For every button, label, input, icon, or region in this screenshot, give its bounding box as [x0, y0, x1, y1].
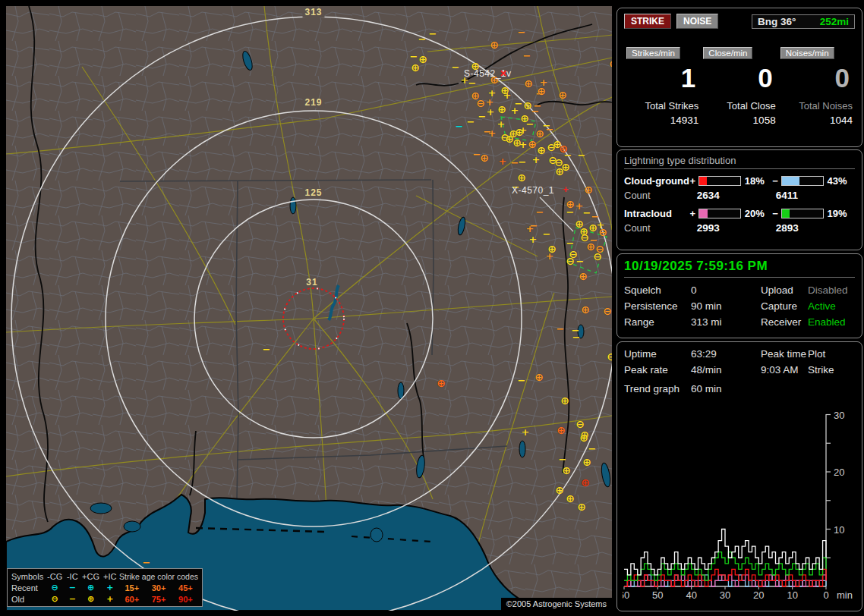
bearing-display: Bng 36° 252mi	[752, 14, 855, 29]
strike-symbol: ⊖	[598, 227, 607, 237]
strike-symbol: ⊕	[490, 39, 499, 50]
y-tick: 30	[834, 412, 844, 421]
minus-sign: −	[772, 175, 781, 187]
age-90: 90+	[172, 593, 199, 605]
trend-graph-label: Trend graph	[624, 383, 691, 394]
strike-symbol: −	[543, 229, 551, 239]
strikes-per-min-label: Strikes/min	[626, 47, 680, 59]
legend-header-ncg: -CG	[46, 570, 65, 582]
legend-header-pic: +IC	[101, 570, 118, 582]
strike-symbol: ⊕	[437, 378, 446, 388]
strike-symbol: ⊕	[579, 271, 588, 281]
strike-symbol: −	[452, 62, 460, 72]
noise-button[interactable]: NOISE	[676, 14, 718, 29]
legend-title: Symbols	[11, 570, 46, 582]
cloud-ground-label: Cloud-ground	[624, 175, 689, 187]
uptime-value: 63:29	[691, 348, 761, 360]
distribution-panel: Lightning type distribution Cloud-ground…	[616, 149, 862, 250]
strike-symbol: −	[559, 454, 567, 464]
cg-pos-count: 2634	[697, 190, 776, 201]
cg-pos-bar	[698, 176, 741, 186]
trac-marker-icon: +	[563, 184, 568, 195]
plot-value: Strike	[808, 364, 855, 376]
status-panel: 10/19/2025 7:59:16 PM Squelch 0 Upload D…	[616, 253, 862, 338]
close-per-min-value: 0	[703, 64, 772, 91]
strike-symbol: −	[531, 106, 540, 116]
recent-ic-neg-icon: −	[65, 582, 80, 593]
recent-cg-pos-icon: ⊕	[80, 582, 102, 593]
peak-rate-label: Peak rate	[624, 364, 691, 376]
total-noises-value: 1044	[780, 115, 853, 126]
legend-row-old-label: Old	[11, 593, 46, 605]
squelch-value: 0	[691, 284, 761, 296]
strike-symbol: ⊕	[609, 58, 612, 69]
strike-symbol: +	[497, 119, 506, 129]
strike-symbol: ⊖	[476, 98, 485, 108]
strike-symbol: ⊕	[534, 372, 544, 382]
old-ic-pos-icon: +	[101, 593, 118, 605]
capture-status: Active	[808, 300, 855, 312]
old-cg-neg-icon: ⊖	[46, 593, 65, 605]
y-tick: 20	[834, 467, 844, 478]
cloud-ground-row: Cloud-ground + 18% − 43%	[624, 174, 855, 187]
strike-symbol: −	[588, 444, 597, 454]
trac-marker-icon: ✕	[500, 68, 507, 79]
trend-graph: 1020306050403020100min	[623, 412, 855, 602]
strike-symbol: +	[519, 125, 528, 135]
strike-symbol: −	[518, 27, 526, 37]
ic-neg-percent: 19%	[824, 208, 855, 219]
close-column: Close/min 0 Total Close 1058	[701, 47, 777, 126]
datetime-display: 10/19/2025 7:59:16 PM	[624, 259, 855, 278]
legend-age-title: Strike age color codes	[118, 570, 199, 582]
peak-rate-value: 48/min	[691, 364, 761, 376]
strike-symbol: −	[543, 121, 551, 130]
age-30: 30+	[145, 582, 172, 593]
strike-symbol: −	[576, 256, 585, 266]
bearing-label: Bng 36°	[758, 16, 796, 27]
trac-label-1: X-4570_1	[512, 185, 554, 196]
upload-label: Upload	[761, 284, 808, 296]
lightning-map[interactable]: −−−⊕⊕−⊕−−⊕⊕−−+−⊕⊕+⊕⊕⊕⊖++⊕+−⊕⊕+−+−−−+⊕−⊕⊕…	[6, 6, 612, 611]
peak-time-label: Peak time	[761, 348, 808, 360]
age-45: 45+	[172, 582, 199, 593]
x-tick: 30	[720, 589, 730, 601]
peak-time-value: 9:03 AM	[761, 364, 808, 376]
ring-label-125: 125	[302, 188, 324, 198]
x-tick: 0	[823, 589, 828, 601]
strike-button[interactable]: STRIKE	[624, 14, 671, 29]
strike-symbol: −	[456, 121, 464, 131]
capture-label: Capture	[761, 300, 808, 312]
strike-symbol: −	[410, 52, 418, 61]
strike-symbol: ⊕	[555, 166, 564, 177]
receiver-status: Enabled	[808, 316, 855, 328]
range-label: Range	[624, 316, 691, 328]
strike-symbol: ⊕	[555, 485, 564, 495]
ring-label-31: 31	[304, 278, 320, 288]
plus-sign: +	[689, 208, 698, 219]
strike-symbol: −	[566, 207, 575, 217]
cg-neg-bar	[781, 176, 824, 186]
cg-neg-count: 6411	[776, 190, 855, 201]
ic-neg-count: 2893	[776, 222, 855, 234]
legend-row-recent-label: Recent	[11, 582, 46, 593]
distribution-title: Lightning type distribution	[624, 155, 855, 169]
strike-symbol: +	[499, 156, 507, 166]
strike-symbol: +	[503, 90, 512, 100]
legend-header-pcg: +CG	[80, 570, 102, 582]
intracloud-label: Intracloud	[624, 208, 689, 219]
strike-symbol: +	[529, 234, 538, 244]
total-noises-label: Total Noises	[780, 100, 853, 112]
x-tick: 20	[753, 589, 764, 601]
strike-symbol: +	[532, 155, 541, 165]
trend-graph-value: 60 min	[691, 383, 722, 394]
count-label: Count	[624, 222, 697, 234]
y-tick: 10	[834, 524, 844, 536]
range-value: 313 mi	[691, 316, 761, 328]
strike-symbol: ⊕	[562, 465, 571, 476]
symbols-legend: Symbols -CG -IC +CG +IC Strike age color…	[7, 568, 203, 607]
strike-symbol: ⊕	[560, 395, 569, 406]
age-75: 75+	[145, 593, 172, 605]
strike-symbol: −	[467, 117, 475, 127]
strike-symbol: ⊕	[480, 152, 489, 163]
total-strikes-value: 14931	[626, 115, 698, 126]
